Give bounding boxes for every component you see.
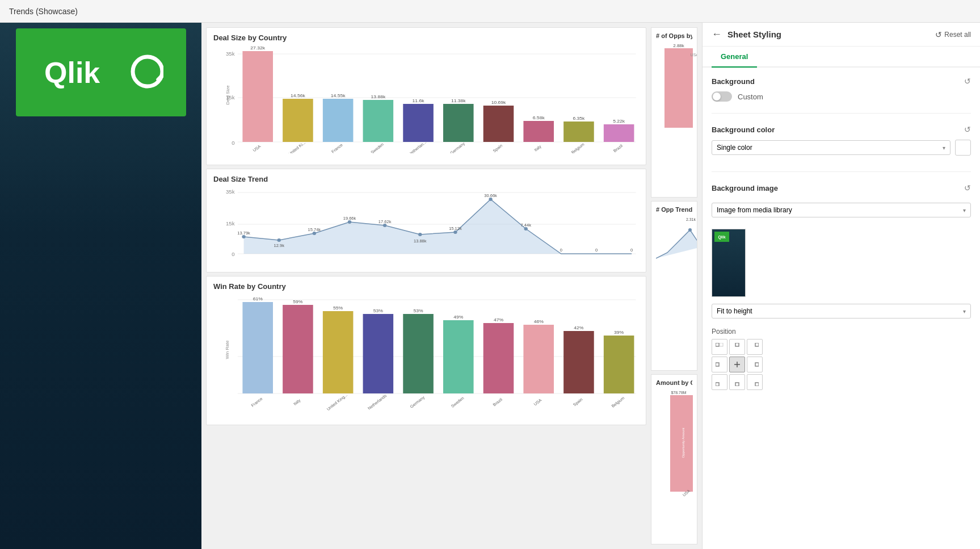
chart-area: Deal Size by Country Deal Size 35k 15k 0 xyxy=(201,23,702,549)
svg-rect-75 xyxy=(323,311,354,393)
bg-color-section-title: Background color xyxy=(712,125,775,134)
color-mode-row: Single color ▾ xyxy=(712,140,971,156)
svg-text:10.69k: 10.69k xyxy=(491,99,507,105)
svg-text:0: 0 xyxy=(560,248,562,253)
image-source-select[interactable]: Image from media library ▾ xyxy=(712,203,971,217)
svg-text:11.6k: 11.6k xyxy=(413,98,425,103)
svg-text:Italy: Italy xyxy=(533,144,542,152)
svg-rect-87 xyxy=(483,323,514,393)
opps-partial-svg: 2.88k USA xyxy=(656,39,697,136)
svg-point-1 xyxy=(133,57,162,86)
svg-text:15k: 15k xyxy=(226,221,235,227)
pos-bottom-center[interactable] xyxy=(729,374,745,390)
svg-text:35k: 35k xyxy=(226,189,235,195)
svg-text:5.22k: 5.22k xyxy=(613,118,625,124)
position-grid xyxy=(712,339,971,390)
svg-rect-9 xyxy=(242,51,273,142)
panel-body: Background ↺ Custom Background color ↺ xyxy=(703,68,980,399)
color-mode-select[interactable]: Single color ▾ xyxy=(712,140,950,155)
svg-rect-72 xyxy=(283,305,313,393)
deal-size-trend-card: Deal Size Trend 35k 15k 0 xyxy=(206,169,646,273)
svg-text:0: 0 xyxy=(232,140,234,146)
svg-text:Sweden: Sweden xyxy=(369,142,385,153)
tab-general[interactable]: General xyxy=(712,47,757,68)
bg-color-reset-icon[interactable]: ↺ xyxy=(964,125,971,134)
fit-select[interactable]: Fit to height ▾ xyxy=(712,304,971,318)
preview-logo: Qlik xyxy=(714,232,729,242)
svg-rect-111 xyxy=(755,343,759,346)
svg-rect-21 xyxy=(403,104,434,142)
opps-partial-card: # of Opps by 2.88k USA xyxy=(651,27,697,198)
opps-partial-title: # of Opps by xyxy=(656,32,692,39)
image-source-value: Image from media library xyxy=(717,206,792,214)
svg-text:Spain: Spain xyxy=(572,397,584,407)
deal-size-trend-svg: 35k 15k 0 xyxy=(213,187,639,261)
svg-text:27.32k: 27.32k xyxy=(250,45,266,51)
svg-rect-110 xyxy=(735,343,739,346)
svg-rect-117 xyxy=(735,383,739,386)
svg-text:17.62k: 17.62k xyxy=(378,219,392,224)
svg-rect-18 xyxy=(363,100,394,142)
custom-toggle[interactable] xyxy=(712,91,732,102)
svg-text:Qlik: Qlik xyxy=(44,56,100,89)
svg-rect-30 xyxy=(523,121,554,142)
svg-text:14.56k: 14.56k xyxy=(291,93,306,98)
qlik-logo-svg: Qlik xyxy=(39,50,163,95)
svg-text:0: 0 xyxy=(595,248,598,253)
opp-trend-partial-title: # Opp Trend xyxy=(656,206,692,213)
amount-partial-card: Amount by C $78.78M Opportunity Amount U… xyxy=(651,374,697,544)
color-mode-value: Single color xyxy=(717,144,752,152)
pos-bottom-left[interactable] xyxy=(712,374,727,390)
svg-rect-33 xyxy=(563,121,594,142)
pos-bottom-right[interactable] xyxy=(747,374,763,390)
svg-rect-78 xyxy=(363,314,394,393)
svg-text:USA: USA xyxy=(533,397,543,406)
svg-text:35k: 35k xyxy=(226,51,235,57)
back-button[interactable]: ← xyxy=(712,28,722,40)
reset-all-label: Reset all xyxy=(944,31,971,39)
svg-text:47%: 47% xyxy=(494,317,504,322)
svg-text:0: 0 xyxy=(630,248,633,253)
svg-text:USA: USA xyxy=(691,53,697,57)
svg-text:Opportunity Amount: Opportunity Amount xyxy=(682,428,685,458)
divider-1 xyxy=(712,113,971,114)
custom-label: Custom xyxy=(738,93,763,101)
svg-text:Belgium: Belgium xyxy=(570,142,586,153)
bg-color-swatch[interactable] xyxy=(955,140,971,156)
reset-all-button[interactable]: ↺ Reset all xyxy=(935,30,971,39)
background-image-section: Background image ↺ Image from media libr… xyxy=(712,183,971,390)
svg-text:Spain: Spain xyxy=(492,143,504,153)
bg-image-reset-icon[interactable]: ↺ xyxy=(964,183,971,192)
svg-text:13.79k: 13.79k xyxy=(237,231,250,236)
svg-text:15.74k: 15.74k xyxy=(308,227,321,232)
win-rate-y-label: Win Rate xyxy=(225,341,230,359)
deal-size-chart-svg: 35k 15k 0 27.32k USA 14.56k xyxy=(213,45,639,153)
svg-rect-108 xyxy=(716,343,719,346)
svg-text:2.88k: 2.88k xyxy=(673,43,685,48)
pos-middle-left[interactable] xyxy=(712,357,727,372)
svg-point-46 xyxy=(277,238,281,242)
svg-rect-90 xyxy=(523,325,554,393)
svg-rect-116 xyxy=(716,383,719,386)
pos-middle-right[interactable] xyxy=(747,357,763,372)
top-bar: Trends (Showcase) xyxy=(0,0,980,23)
background-section-header: Background ↺ xyxy=(712,77,971,86)
svg-rect-96 xyxy=(604,336,634,393)
image-preview-thumbnail: Qlik xyxy=(712,229,746,297)
panel-tabs: General xyxy=(703,47,980,68)
toggle-knob xyxy=(713,93,721,100)
svg-text:Sweden: Sweden xyxy=(450,396,465,409)
svg-rect-69 xyxy=(242,302,273,393)
svg-rect-112 xyxy=(716,363,719,366)
pos-top-left[interactable] xyxy=(712,339,727,355)
pos-top-center[interactable] xyxy=(729,339,745,355)
position-label: Position xyxy=(712,328,971,336)
background-reset-icon[interactable]: ↺ xyxy=(964,77,971,86)
svg-text:53%: 53% xyxy=(414,308,424,313)
pos-top-right[interactable] xyxy=(747,339,763,355)
svg-text:Germany: Germany xyxy=(449,141,466,153)
pos-middle-center[interactable] xyxy=(729,357,745,372)
svg-text:13.88k: 13.88k xyxy=(414,238,427,244)
svg-text:46%: 46% xyxy=(534,318,544,324)
reset-all-icon: ↺ xyxy=(935,30,942,39)
